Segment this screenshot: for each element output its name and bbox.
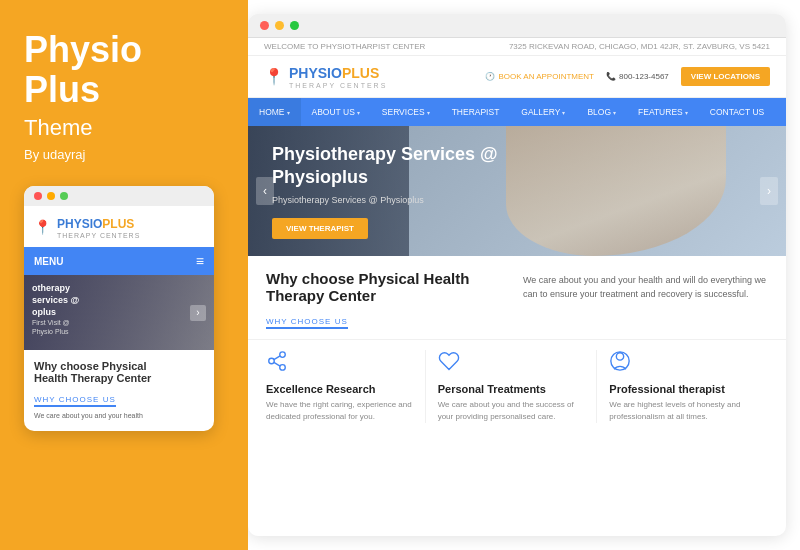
heart-icon [438,350,585,377]
mobile-nav: MENU ≡ [24,247,214,275]
hero-title: Physiotherapy Services @ Physioplus [272,143,498,190]
appointment-btn[interactable]: 🕐 BOOK AN APPOINTMENT [485,72,594,81]
nav-therapist[interactable]: THERAPIST [441,98,511,126]
hero-view-btn[interactable]: VIEW THERAPIST [272,218,368,239]
nav-arrow-blog: ▾ [613,109,616,116]
share-icon [266,350,413,377]
theme-author: By udayraj [24,147,224,162]
nav-arrow-home: ▾ [287,109,290,116]
nav-arrow-gallery: ▾ [562,109,565,116]
site-top-bar: WELCOME TO PHYSIOTHARPIST CENTER 7325 RI… [248,38,786,56]
nav-gallery[interactable]: GALLERY ▾ [510,98,576,126]
feature-professional-title: Professional therapist [609,383,756,395]
mobile-hero: otherapyservices @oplus First Visit @Phy… [24,275,214,350]
why-title: Why choose Physical Health Therapy Cente… [266,270,507,304]
nav-features[interactable]: FEATURES ▾ [627,98,699,126]
left-panel: Physio Plus Theme By udayraj 📍 PHYSIOPLU… [0,0,248,550]
hero-content: Physiotherapy Services @ Physioplus Phys… [248,143,522,240]
phone-icon: 📞 [606,72,616,81]
features-section: Excellence Research We have the right ca… [248,339,786,437]
feature-professional-desc: We are highest levels of honesty and pro… [609,399,756,423]
mobile-hero-text: otherapyservices @oplus First Visit @Phy… [32,283,79,336]
theme-subtitle: Theme [24,115,224,141]
theme-title: Physio Plus [24,30,224,109]
browser-dot-yellow [275,21,284,30]
browser-dot-green [290,21,299,30]
mobile-section-body: We care about you and your health [34,411,204,421]
view-locations-btn[interactable]: VIEW LOCATIONS [681,67,770,86]
svg-point-6 [611,352,629,370]
svg-point-1 [269,358,275,364]
hamburger-icon[interactable]: ≡ [196,253,204,269]
why-section: Why choose Physical Health Therapy Cente… [248,256,786,339]
mobile-logo-icon: 📍 [34,219,51,235]
browser-chrome [248,14,786,38]
nav-arrow-features: ▾ [685,109,688,116]
svg-point-0 [280,352,286,358]
logo-name: PHYSIOPLUS [289,65,379,81]
hero-prev-btn[interactable]: ‹ [256,177,274,205]
nav-about[interactable]: ABOUT US ▾ [301,98,371,126]
phone-btn[interactable]: 📞 800-123-4567 [606,72,669,81]
header-right: 🕐 BOOK AN APPOINTMENT 📞 800-123-4567 VIE… [485,67,770,86]
svg-line-3 [274,362,280,366]
feature-personal-title: Personal Treatments [438,383,585,395]
feature-excellence-desc: We have the right caring, experience and… [266,399,413,423]
site-header: 📍 PHYSIOPLUS THERAPY CENTERS 🕐 BOOK AN A… [248,56,786,98]
site-logo: 📍 PHYSIOPLUS THERAPY CENTERS [264,64,387,89]
mobile-why-section: Why choose PhysicalHealth Therapy Center… [24,350,214,431]
mobile-hero-arrow-right[interactable]: › [190,305,206,321]
dot-yellow [47,192,55,200]
logo-sub: THERAPY CENTERS [289,82,387,89]
feature-excellence-title: Excellence Research [266,383,413,395]
svg-point-5 [617,353,624,360]
appt-icon: 🕐 [485,72,495,81]
mobile-hero-sub: First Visit @Physio Plus [32,318,79,336]
svg-line-4 [274,356,280,360]
location-icon: 📍 [264,67,284,86]
mobile-section-title: Why choose PhysicalHealth Therapy Center [34,360,204,384]
feature-excellence: Excellence Research We have the right ca… [266,350,425,423]
nav-home[interactable]: HOME ▾ [248,98,301,126]
why-label: WHY CHOOSE US [266,317,348,329]
dot-green [60,192,68,200]
why-description: We care about you and your health and wi… [523,270,768,329]
nav-blog[interactable]: BLOG ▾ [576,98,627,126]
why-left: Why choose Physical Health Therapy Cente… [266,270,507,329]
mobile-why-label: WHY CHOOSE US [34,395,116,407]
feature-personal-desc: We care about you and the success of you… [438,399,585,423]
dot-red [34,192,42,200]
mobile-header: 📍 PHYSIOPLUS THERAPY CENTERS [24,206,214,247]
nav-arrow-about: ▾ [357,109,360,116]
mobile-mockup: 📍 PHYSIOPLUS THERAPY CENTERS MENU ≡ othe… [24,186,214,431]
nav-services[interactable]: SERVICES ▾ [371,98,441,126]
nav-contact[interactable]: CONTACT US [699,98,775,126]
browser-dot-red [260,21,269,30]
mobile-logo-sub: THERAPY CENTERS [57,232,140,239]
mobile-logo-name: PHYSIOPLUS [57,217,134,231]
top-bar-address: 7325 RICKEVAN ROAD, CHICAGO, MD1 42JR, S… [509,42,770,51]
site-hero: Physiotherapy Services @ Physioplus Phys… [248,126,786,256]
site-nav: HOME ▾ ABOUT US ▾ SERVICES ▾ THERAPIST G… [248,98,786,126]
hero-subtitle: Physiotherapy Services @ Physioplus [272,195,498,205]
nav-arrow-services: ▾ [427,109,430,116]
right-panel: WELCOME TO PHYSIOTHARPIST CENTER 7325 RI… [248,14,786,536]
person-icon [609,350,756,377]
svg-point-2 [280,365,286,371]
hero-next-btn[interactable]: › [760,177,778,205]
mobile-browser-bar [24,186,214,206]
top-bar-welcome: WELCOME TO PHYSIOTHARPIST CENTER [264,42,425,51]
mobile-nav-label: MENU [34,256,63,267]
feature-professional: Professional therapist We are highest le… [596,350,768,423]
feature-personal: Personal Treatments We care about you an… [425,350,597,423]
